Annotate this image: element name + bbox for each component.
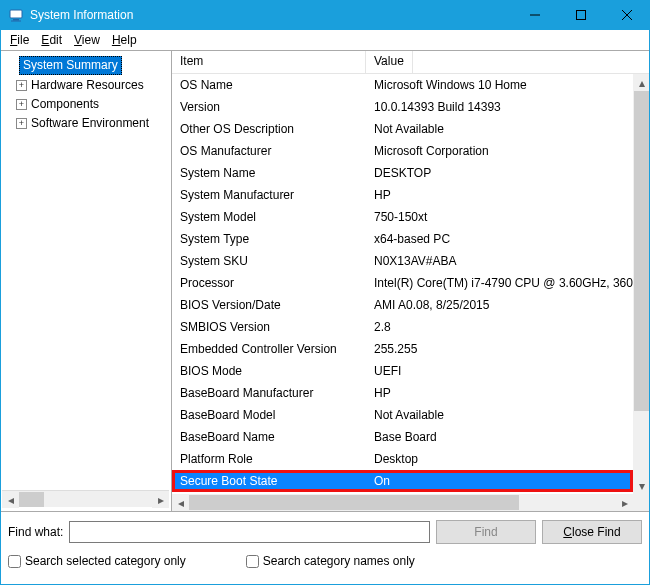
table-row[interactable]: BIOS ModeUEFI xyxy=(172,360,633,382)
list-vscrollbar[interactable]: ▴ ▾ xyxy=(633,74,650,494)
cell-value: 750-150xt xyxy=(366,210,633,224)
svg-rect-2 xyxy=(11,21,21,22)
table-row[interactable]: System Model750-150xt xyxy=(172,206,633,228)
table-row[interactable]: BaseBoard ModelNot Available xyxy=(172,404,633,426)
tree-item-software-environment[interactable]: + Software Environment xyxy=(2,114,169,133)
cell-value: x64-based PC xyxy=(366,232,633,246)
list-rows: OS NameMicrosoft Windows 10 HomeVersion1… xyxy=(172,74,633,494)
cell-item: Secure Boot State xyxy=(172,474,366,488)
checkbox-search-names[interactable] xyxy=(246,555,259,568)
table-row[interactable]: Version10.0.14393 Build 14393 xyxy=(172,96,633,118)
table-row[interactable]: OS NameMicrosoft Windows 10 Home xyxy=(172,74,633,96)
table-row[interactable]: System Typex64-based PC xyxy=(172,228,633,250)
cell-item: System Name xyxy=(172,166,366,180)
list-pane: Item Value OS NameMicrosoft Windows 10 H… xyxy=(172,51,650,511)
cell-value: HP xyxy=(366,188,633,202)
scroll-thumb[interactable] xyxy=(634,91,649,411)
scroll-thumb[interactable] xyxy=(189,495,519,510)
opt-search-selected[interactable]: Search selected category only xyxy=(8,554,186,568)
title-bar: System Information xyxy=(0,0,650,30)
app-icon xyxy=(8,7,24,23)
cell-value: 10.0.14393 Build 14393 xyxy=(366,100,633,114)
table-row[interactable]: SMBIOS Version2.8 xyxy=(172,316,633,338)
tree-expander-icon[interactable]: + xyxy=(16,118,27,129)
tree-item-label: Components xyxy=(31,96,99,113)
scroll-left-icon[interactable]: ◂ xyxy=(172,494,189,511)
cell-value: Desktop xyxy=(366,452,633,466)
cell-value: UEFI xyxy=(366,364,633,378)
cell-item: Embedded Controller Version xyxy=(172,342,366,356)
maximize-button[interactable] xyxy=(558,0,604,30)
menu-view[interactable]: View xyxy=(68,31,106,49)
opt-label: Search category names only xyxy=(263,554,415,568)
tree-expander-icon[interactable]: + xyxy=(16,80,27,91)
scroll-right-icon[interactable]: ▸ xyxy=(616,494,633,511)
scroll-right-icon[interactable]: ▸ xyxy=(152,491,169,508)
cell-item: System Manufacturer xyxy=(172,188,366,202)
find-button[interactable]: Find xyxy=(436,520,536,544)
opt-search-names[interactable]: Search category names only xyxy=(246,554,415,568)
tree-expander-icon[interactable]: + xyxy=(16,99,27,110)
cell-value: DESKTOP xyxy=(366,166,633,180)
cell-value: AMI A0.08, 8/25/2015 xyxy=(366,298,633,312)
cell-item: Other OS Description xyxy=(172,122,366,136)
menu-edit[interactable]: Edit xyxy=(35,31,68,49)
scroll-thumb[interactable] xyxy=(19,492,44,507)
tree-item-hardware-resources[interactable]: + Hardware Resources xyxy=(2,76,169,95)
scroll-down-icon[interactable]: ▾ xyxy=(633,477,650,494)
list-hscrollbar[interactable]: ◂ ▸ xyxy=(172,494,633,511)
cell-item: Version xyxy=(172,100,366,114)
cell-item: Processor xyxy=(172,276,366,290)
svg-rect-0 xyxy=(10,10,22,18)
cell-value: N0X13AV#ABA xyxy=(366,254,633,268)
column-header-item[interactable]: Item xyxy=(172,51,366,73)
column-header-value[interactable]: Value xyxy=(366,51,413,73)
cell-item: System Type xyxy=(172,232,366,246)
tree-root[interactable]: + System Summary xyxy=(2,55,169,76)
menu-bar: File Edit View Help xyxy=(0,30,650,50)
cell-value: HP xyxy=(366,386,633,400)
table-row[interactable]: Other OS DescriptionNot Available xyxy=(172,118,633,140)
find-input[interactable] xyxy=(69,521,430,543)
scroll-left-icon[interactable]: ◂ xyxy=(2,491,19,508)
scroll-up-icon[interactable]: ▴ xyxy=(633,74,650,91)
table-row[interactable]: OS ManufacturerMicrosoft Corporation xyxy=(172,140,633,162)
tree-hscrollbar[interactable]: ◂ ▸ xyxy=(2,490,169,507)
cell-value: Microsoft Windows 10 Home xyxy=(366,78,633,92)
cell-item: BIOS Version/Date xyxy=(172,298,366,312)
table-row[interactable]: BaseBoard NameBase Board xyxy=(172,426,633,448)
checkbox-search-selected[interactable] xyxy=(8,555,21,568)
main-area: + System Summary + Hardware Resources + … xyxy=(0,50,650,511)
table-row[interactable]: System SKUN0X13AV#ABA xyxy=(172,250,633,272)
close-find-button[interactable]: Close Find xyxy=(542,520,642,544)
table-row[interactable]: System ManufacturerHP xyxy=(172,184,633,206)
cell-value: On xyxy=(366,474,633,488)
tree-root-label: System Summary xyxy=(19,56,122,75)
tree-pane: + System Summary + Hardware Resources + … xyxy=(0,51,172,511)
cell-item: BaseBoard Model xyxy=(172,408,366,422)
scroll-corner xyxy=(633,494,650,511)
menu-help[interactable]: Help xyxy=(106,31,143,49)
header-scroll-spacer xyxy=(413,51,430,73)
svg-rect-4 xyxy=(577,11,586,20)
table-row[interactable]: BaseBoard ManufacturerHP xyxy=(172,382,633,404)
tree-item-label: Hardware Resources xyxy=(31,77,144,94)
table-row[interactable]: BIOS Version/DateAMI A0.08, 8/25/2015 xyxy=(172,294,633,316)
table-row[interactable]: System NameDESKTOP xyxy=(172,162,633,184)
cell-value: Not Available xyxy=(366,122,633,136)
cell-item: OS Name xyxy=(172,78,366,92)
minimize-button[interactable] xyxy=(512,0,558,30)
list-header: Item Value xyxy=(172,51,650,74)
table-row[interactable]: Embedded Controller Version255.255 xyxy=(172,338,633,360)
tree-item-components[interactable]: + Components xyxy=(2,95,169,114)
table-row[interactable]: Secure Boot StateOn xyxy=(172,470,633,492)
menu-file[interactable]: File xyxy=(4,31,35,49)
cell-item: System SKU xyxy=(172,254,366,268)
cell-item: OS Manufacturer xyxy=(172,144,366,158)
cell-value: 2.8 xyxy=(366,320,633,334)
close-button[interactable] xyxy=(604,0,650,30)
window-title: System Information xyxy=(30,8,512,22)
table-row[interactable]: ProcessorIntel(R) Core(TM) i7-4790 CPU @… xyxy=(172,272,633,294)
cell-item: System Model xyxy=(172,210,366,224)
table-row[interactable]: Platform RoleDesktop xyxy=(172,448,633,470)
